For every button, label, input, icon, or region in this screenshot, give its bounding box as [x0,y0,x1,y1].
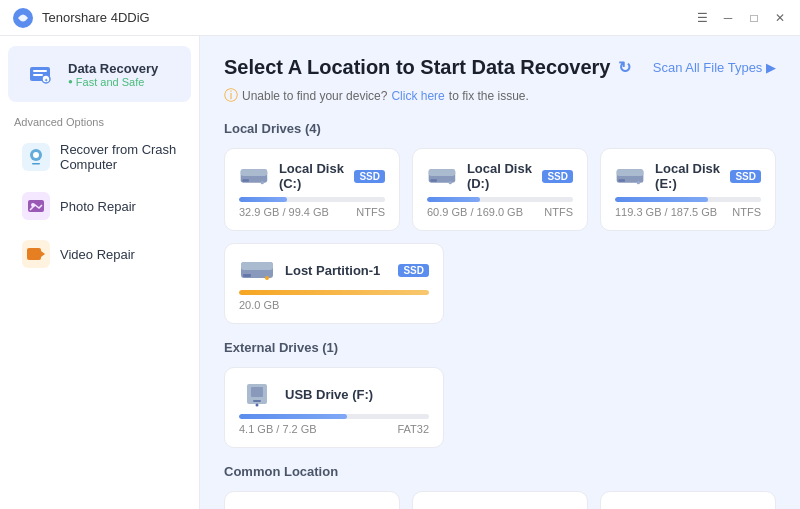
scan-all-button[interactable]: Scan All File Types ▶ [653,60,776,75]
drive-c-badge: SSD [354,170,385,183]
content-header: Select A Location to Start Data Recovery… [224,56,776,79]
drive-e-meta: 119.3 GB / 187.5 GB NTFS [615,206,761,218]
minimize-icon[interactable]: ─ [720,10,736,26]
svg-rect-18 [241,169,268,176]
svg-rect-27 [618,179,625,182]
warning-bar: ⓘ Unable to find your device? Click here… [224,87,776,105]
svg-rect-30 [241,262,273,270]
hdd-icon-d [427,162,457,190]
svg-rect-26 [617,169,644,176]
click-here-link[interactable]: Click here [391,89,444,103]
external-drives-label: External Drives (1) [224,340,776,355]
local-drives-label: Local Drives (4) [224,121,776,136]
drive-card-lost[interactable]: Lost Partition-1 SSD 20.0 GB [224,243,444,324]
sidebar-item-data-recovery[interactable]: ✦ Data Recovery Fast and Safe [8,46,191,102]
sidebar-item-photo-repair[interactable]: Photo Repair [8,184,191,228]
svg-rect-31 [243,274,251,277]
common-card-select-folder[interactable]: Select Folder [600,491,776,509]
svg-point-20 [261,181,264,184]
data-recovery-icon: ✦ [22,56,58,92]
drive-lost-badge: SSD [398,264,429,277]
drive-d-name: Local Disk (D:) [467,161,543,191]
drive-usb-meta: 4.1 GB / 7.2 GB FAT32 [239,423,429,435]
lost-drives-grid: Lost Partition-1 SSD 20.0 GB [224,243,776,324]
external-drives-section: External Drives (1) USB Drive (F:) [224,340,776,448]
common-card-desktop[interactable]: Desktop [224,491,400,509]
drive-card-e[interactable]: Local Disk (E:) SSD 119.3 GB / 187.5 GB … [600,148,776,231]
drive-c-progress-bar [239,197,385,202]
drive-c-meta: 32.9 GB / 99.4 GB NTFS [239,206,385,218]
drive-d-progress-bar [427,197,573,202]
refresh-icon[interactable]: ↻ [618,58,631,77]
recover-crash-label: Recover from Crash Computer [60,142,177,172]
sidebar-item-recover-crash[interactable]: Recover from Crash Computer [8,134,191,180]
svg-rect-22 [429,169,456,176]
drive-usb-progress-bar [239,414,429,419]
svg-point-36 [256,404,259,407]
app-logo [12,7,34,29]
svg-rect-15 [27,248,41,260]
advanced-options-label: Advanced Options [0,104,199,132]
photo-repair-icon [22,192,50,220]
warning-circle-icon: ⓘ [224,87,238,105]
app-title: Tenorshare 4DDiG [42,10,694,25]
svg-rect-23 [430,179,437,181]
sidebar-item-sub: Fast and Safe [68,76,158,88]
common-location-grid: Desktop Recycle Bin [224,491,776,509]
recover-crash-icon [22,143,50,171]
drive-card-usb[interactable]: USB Drive (F:) 4.1 GB / 7.2 GB FAT32 [224,367,444,448]
content-area: Select A Location to Start Data Recovery… [200,36,800,509]
video-repair-label: Video Repair [60,247,135,262]
svg-rect-4 [33,74,43,76]
hdd-icon-c [239,162,269,190]
drive-usb-progress-fill [239,414,347,419]
drive-lost-meta: 20.0 GB [239,299,429,311]
external-drives-grid: USB Drive (F:) 4.1 GB / 7.2 GB FAT32 [224,367,776,448]
drive-e-progress-fill [615,197,708,202]
sidebar-item-video-repair[interactable]: Video Repair [8,232,191,276]
drive-card-d[interactable]: Local Disk (D:) SSD 60.9 GB / 169.0 GB N… [412,148,588,231]
photo-repair-label: Photo Repair [60,199,136,214]
sidebar-item-text: Data Recovery Fast and Safe [68,61,158,88]
hdd-icon-e [615,162,645,190]
sidebar-item-label: Data Recovery [68,61,158,76]
svg-rect-19 [242,179,249,181]
drive-lost-progress-fill [239,290,429,295]
usb-icon [239,380,275,408]
drive-lost-progress-bar [239,290,429,295]
drive-e-name: Local Disk (E:) [655,161,730,191]
svg-rect-35 [253,400,261,402]
video-repair-icon [22,240,50,268]
drive-e-progress-bar [615,197,761,202]
svg-point-32 [265,276,269,280]
common-location-section: Common Location Desktop [224,464,776,509]
menu-icon[interactable]: ☰ [694,10,710,26]
drive-d-badge: SSD [542,170,573,183]
common-location-label: Common Location [224,464,776,479]
titlebar: Tenorshare 4DDiG ☰ ─ □ ✕ [0,0,800,36]
window-controls: ☰ ─ □ ✕ [694,10,788,26]
content-title: Select A Location to Start Data Recovery… [224,56,631,79]
svg-point-24 [449,181,452,184]
local-drives-grid: Local Disk (C:) SSD 32.9 GB / 99.4 GB NT… [224,148,776,231]
drive-c-name: Local Disk (C:) [279,161,355,191]
svg-rect-3 [33,70,47,72]
drive-lost-name: Lost Partition-1 [285,263,380,278]
drive-d-progress-fill [427,197,480,202]
svg-rect-34 [251,387,263,397]
drive-usb-name: USB Drive (F:) [285,387,373,402]
sidebar: ✦ Data Recovery Fast and Safe Advanced O… [0,36,200,509]
drive-d-meta: 60.9 GB / 169.0 GB NTFS [427,206,573,218]
drive-card-c[interactable]: Local Disk (C:) SSD 32.9 GB / 99.4 GB NT… [224,148,400,231]
drive-e-badge: SSD [730,170,761,183]
svg-point-28 [637,181,640,184]
common-card-recycle-bin[interactable]: Recycle Bin [412,491,588,509]
maximize-icon[interactable]: □ [746,10,762,26]
hdd-icon-lost [239,256,275,284]
svg-point-9 [33,152,39,158]
svg-rect-10 [32,163,40,165]
close-icon[interactable]: ✕ [772,10,788,26]
drive-c-progress-fill [239,197,287,202]
